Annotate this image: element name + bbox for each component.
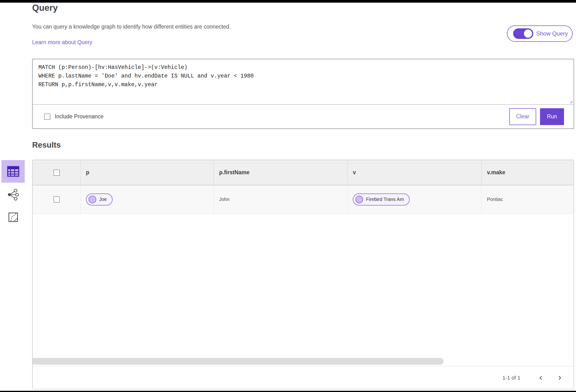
cell-value: Pontiac xyxy=(487,197,503,202)
pagination-range-label: 1-1 of 1 xyxy=(502,375,520,381)
header-cell-p: p xyxy=(81,160,214,185)
cell-value: John xyxy=(219,197,230,202)
row-cell-v: Firebird Trans Am xyxy=(347,185,482,213)
table-row: Joe John Firebird Trans Am Pontiac xyxy=(33,185,574,214)
run-button[interactable]: Run xyxy=(540,108,564,125)
results-heading: Results xyxy=(32,140,61,150)
row-cell-select xyxy=(33,185,81,213)
window-top-border xyxy=(0,0,576,3)
entity-node-icon xyxy=(355,196,363,203)
entity-chip-label: Joe xyxy=(99,197,107,202)
results-view-map-button[interactable] xyxy=(8,212,19,223)
row-checkbox[interactable] xyxy=(54,196,60,203)
row-cell-v-make: Pontiac xyxy=(482,185,574,213)
table-view-icon xyxy=(7,166,19,177)
results-table-header: p p.firstName v v.make xyxy=(33,160,574,185)
map-view-icon xyxy=(8,212,18,222)
chevron-right-icon xyxy=(557,375,562,381)
include-provenance-label: Include Provenance xyxy=(55,113,103,120)
column-label: p xyxy=(86,169,89,176)
previous-page-button[interactable] xyxy=(536,373,546,383)
column-label: p.firstName xyxy=(219,169,250,176)
toggle-knob xyxy=(524,30,532,38)
header-cell-v-make: v.make xyxy=(482,160,574,185)
header-cell-v: v xyxy=(347,160,482,185)
column-label: v.make xyxy=(487,169,505,176)
query-code-line: MATCH (p:Person)-[hv:HasVehicle]->(v:Veh… xyxy=(38,63,568,72)
include-provenance-checkbox[interactable] xyxy=(44,114,50,120)
entity-chip-person[interactable]: Joe xyxy=(86,193,113,206)
select-all-checkbox[interactable] xyxy=(54,170,60,176)
query-code: MATCH (p:Person)-[hv:HasVehicle]->(v:Veh… xyxy=(33,59,574,93)
results-table-panel: p p.firstName v v.make Joe John Fireb xyxy=(32,160,574,389)
column-label: v xyxy=(353,169,356,176)
header-cell-select xyxy=(33,160,81,185)
query-footer: Include Provenance Clear Run xyxy=(32,104,574,129)
page-title: Query xyxy=(32,3,58,13)
learn-more-link[interactable]: Learn more about Query xyxy=(32,39,92,46)
row-cell-p-firstname: John xyxy=(214,185,347,213)
show-query-label: Show Query xyxy=(536,30,568,37)
results-view-table-button[interactable] xyxy=(1,160,25,183)
horizontal-scrollbar[interactable] xyxy=(33,358,443,365)
textarea-resize-handle[interactable] xyxy=(569,99,573,104)
toggle-switch-icon[interactable] xyxy=(513,28,533,39)
next-page-button[interactable] xyxy=(554,373,565,383)
graph-view-icon xyxy=(7,189,19,201)
entity-chip-vehicle[interactable]: Firebird Trans Am xyxy=(353,193,410,206)
pagination-bar: 1-1 of 1 xyxy=(33,366,574,389)
query-code-line: WHERE p.lastName = 'Doe' and hv.endDate … xyxy=(38,72,568,80)
chevron-left-icon xyxy=(538,375,544,381)
window-bottom-border xyxy=(0,391,576,392)
clear-button[interactable]: Clear xyxy=(509,108,536,125)
entity-chip-label: Firebird Trans Am xyxy=(366,197,404,202)
entity-node-icon xyxy=(88,196,96,203)
row-cell-p: Joe xyxy=(81,185,214,213)
page-description: You can query a knowledge graph to ident… xyxy=(32,24,231,30)
results-view-graph-button[interactable] xyxy=(7,188,20,201)
header-cell-p-firstname: p.firstName xyxy=(214,160,347,185)
query-code-line: RETURN p,p.firstName,v,v.make,v.year xyxy=(38,80,568,89)
query-textarea[interactable]: MATCH (p:Person)-[hv:HasVehicle]->(v:Veh… xyxy=(32,59,574,105)
show-query-toggle[interactable]: Show Query xyxy=(507,26,573,42)
